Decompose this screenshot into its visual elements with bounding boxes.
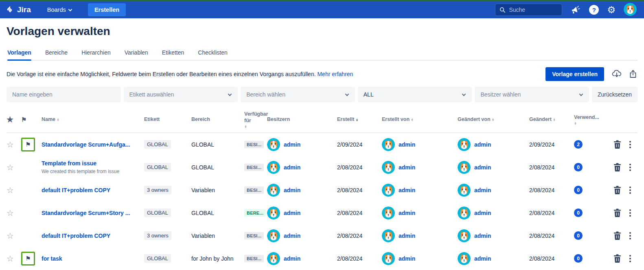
column-header-label: Name (42, 116, 55, 123)
filter-dropdown-1[interactable]: Bereich wählen (241, 87, 355, 102)
nav-item-vorgänge[interactable]: Vorgänge (42, 0, 83, 3)
column-header-ge-ndert[interactable]: Geändert▲▼ (529, 116, 574, 123)
user-link[interactable]: admin (474, 210, 491, 216)
tab-vorlagen[interactable]: Vorlagen (7, 47, 31, 60)
flag-marker[interactable]: ⚑ (21, 252, 35, 266)
verfuegbar-pill[interactable]: BESI... (244, 141, 264, 148)
user-link[interactable]: admin (399, 141, 415, 148)
header-flag-cell[interactable]: ⚑ (21, 116, 42, 124)
tab-variablen[interactable]: Variablen (125, 47, 148, 60)
column-header-verwend-[interactable]: Verwend...▲▼ (574, 114, 600, 125)
verfuegbar-pill[interactable]: BESI... (244, 255, 264, 262)
verfuegbar-pill[interactable]: BESI... (244, 164, 264, 171)
column-header-label: Bereich (191, 116, 210, 123)
delete-button[interactable] (613, 186, 621, 194)
delete-button[interactable] (613, 140, 621, 149)
name-cell: Standardvorlage Scrum+Aufga... (42, 141, 144, 148)
besitzer-cell: admin (267, 138, 337, 151)
user-link[interactable]: admin (474, 164, 491, 171)
template-name-link[interactable]: Standardvorlage Scrum+Aufga... (42, 141, 130, 148)
filter-dropdown-0[interactable]: Etikett auswählen (124, 87, 238, 102)
flag-marker[interactable]: ⚑ (21, 138, 35, 151)
template-name-link[interactable]: default IT+problem COPY (42, 187, 110, 193)
row-actions-cell (600, 254, 635, 263)
nav-item-boards[interactable]: Boards (42, 3, 77, 16)
trash-icon (613, 163, 621, 171)
tab-etiketten[interactable]: Etiketten (162, 47, 184, 60)
star-outline-icon[interactable]: ☆ (7, 231, 14, 241)
reset-filters-button[interactable]: Zurücksetzen (592, 87, 637, 102)
row-menu-button[interactable] (629, 164, 631, 171)
user-link[interactable]: admin (399, 255, 415, 262)
user-link[interactable]: admin (399, 187, 415, 193)
announcements-button[interactable] (570, 5, 581, 15)
star-outline-icon[interactable]: ☆ (7, 162, 14, 172)
usage-count-badge: 0 (574, 163, 583, 171)
header-star-cell[interactable]: ★ (7, 115, 21, 125)
delete-button[interactable] (613, 254, 621, 263)
table-row: ☆Template from issueWe created this temp… (7, 156, 637, 179)
user-link[interactable]: admin (474, 187, 491, 193)
template-name-link[interactable]: default IT+problem COPY (42, 233, 110, 239)
column-header-erstellt-von[interactable]: Erstellt von▲▼ (382, 116, 458, 123)
row-menu-button[interactable] (629, 232, 631, 239)
filter-dropdown-2[interactable]: ALL (358, 87, 472, 102)
user-link[interactable]: admin (284, 187, 300, 193)
row-menu-button[interactable] (629, 255, 631, 262)
help-button[interactable]: ? (589, 5, 599, 15)
template-name-link[interactable]: for task (42, 255, 62, 262)
tab-checklisten[interactable]: Checklisten (198, 47, 227, 60)
column-header-name[interactable]: Name▲▼ (42, 116, 144, 123)
row-menu-button[interactable] (629, 209, 631, 217)
tab-bereiche[interactable]: Bereiche (45, 47, 68, 60)
chevron-down-icon (64, 20, 68, 24)
cloud-import-icon[interactable] (611, 69, 622, 79)
tab-hierarchien[interactable]: Hierarchien (81, 47, 111, 60)
export-share-icon[interactable] (629, 69, 637, 79)
chevron-down-icon (345, 92, 349, 96)
learn-more-link[interactable]: Mehr erfahren (317, 71, 353, 77)
create-button[interactable]: Erstellen (88, 3, 126, 16)
help-icon: ? (589, 5, 599, 15)
navbar-search[interactable] (495, 4, 562, 16)
star-outline-icon[interactable]: ☆ (7, 254, 14, 263)
column-header-verf-gbar-f-r[interactable]: Verfügbar für▲▼ (244, 111, 267, 128)
star-outline-icon[interactable]: ☆ (7, 185, 14, 195)
trash-icon (613, 231, 621, 240)
user-link[interactable]: admin (284, 233, 300, 239)
name-filter-input[interactable] (7, 87, 121, 102)
user-link[interactable]: admin (399, 233, 415, 239)
user-link[interactable]: admin (399, 164, 415, 171)
star-outline-icon[interactable]: ☆ (7, 208, 14, 218)
settings-button[interactable]: ⚙ (607, 5, 616, 15)
delete-button[interactable] (613, 209, 621, 217)
star-outline-icon[interactable]: ☆ (7, 140, 14, 149)
dog-avatar-icon (458, 138, 471, 151)
column-header-ge-ndert-von[interactable]: Geändert von▲▼ (458, 116, 529, 123)
user-link[interactable]: admin (284, 210, 300, 216)
user-link[interactable]: admin (399, 210, 415, 216)
verfuegbar-cell: BESI... (244, 187, 267, 194)
delete-button[interactable] (613, 231, 621, 240)
create-template-button[interactable]: Vorlage erstellen (545, 67, 604, 81)
template-name-link[interactable]: Standardvorlage Scrum+Story ... (42, 210, 130, 216)
user-link[interactable]: admin (474, 233, 491, 239)
row-menu-button[interactable] (629, 141, 631, 148)
user-link[interactable]: admin (474, 255, 491, 262)
user-link[interactable]: admin (284, 141, 300, 148)
delete-button[interactable] (613, 163, 621, 171)
row-menu-button[interactable] (629, 187, 631, 194)
search-input[interactable] (509, 7, 556, 13)
template-name-link[interactable]: Template from issue (42, 160, 96, 167)
etikett-tag: GLOBAL (144, 163, 171, 171)
verfuegbar-pill[interactable]: BESI... (244, 187, 264, 194)
jira-logo[interactable]: Jira (6, 5, 31, 14)
column-header-erstellt[interactable]: Erstellt▲▼ (337, 116, 382, 123)
verfuegbar-pill[interactable]: BERE... (244, 209, 266, 217)
user-link[interactable]: admin (284, 255, 300, 262)
verfuegbar-pill[interactable]: BESI... (244, 232, 264, 239)
profile-button[interactable] (624, 3, 637, 17)
filter-dropdown-3[interactable]: Besitzer wählen (475, 87, 589, 102)
user-link[interactable]: admin (474, 141, 491, 148)
user-link[interactable]: admin (284, 164, 300, 171)
